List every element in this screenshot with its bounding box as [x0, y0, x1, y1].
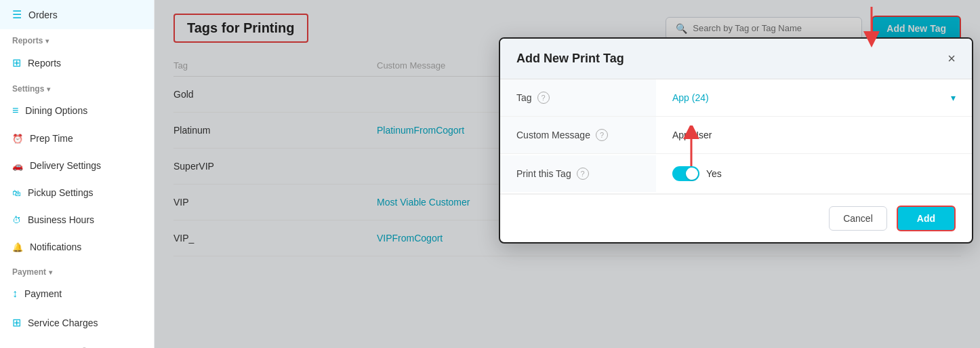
label-text: Tag	[516, 92, 532, 103]
modal-add-print-tag: Add New Print Tag × Tag ? App (24) ▾	[499, 37, 973, 244]
sidebar: ☰ Orders Reports ▾ ⊞ Reports Settings ▾ …	[0, 0, 155, 348]
modal-row-custom-message: Custom Message ? App User	[500, 117, 972, 154]
reports-section-text: Reports	[12, 36, 43, 45]
sidebar-item-label: Dining Options	[25, 105, 87, 116]
sidebar-item-pickup-settings[interactable]: 🛍 Pickup Settings	[0, 179, 154, 206]
sidebar-item-label: Service Charges	[28, 317, 98, 328]
help-icon-custom-message[interactable]: ?	[596, 129, 608, 141]
sidebar-item-delivery-settings[interactable]: 🚗 Delivery Settings	[0, 152, 154, 179]
modal-value-tag[interactable]: App (24) ▾	[656, 80, 972, 115]
settings-section-label[interactable]: Settings ▾	[0, 77, 154, 96]
toggle-yes-label: Yes	[706, 168, 722, 179]
sidebar-item-label: Notifications	[30, 241, 81, 252]
notifications-icon: 🔔	[12, 242, 23, 252]
sidebar-item-label: Orders	[28, 9, 58, 20]
modal-value-custom-message[interactable]: App User	[656, 117, 972, 153]
sidebar-item-label: Reports	[28, 58, 61, 69]
sidebar-item-label: Payment	[24, 288, 62, 299]
orders-icon: ☰	[12, 8, 22, 21]
modal-label-custom-message: Custom Message ?	[500, 117, 656, 153]
sidebar-item-notifications[interactable]: 🔔 Notifications	[0, 233, 154, 260]
pickup-settings-icon: 🛍	[12, 188, 21, 198]
help-icon-tag[interactable]: ?	[537, 92, 550, 104]
sidebar-item-label: Pickup Settings	[28, 187, 94, 198]
custom-message-value: App User	[672, 130, 712, 140]
reports-section-label[interactable]: Reports ▾	[0, 29, 154, 48]
payment-section-text: Payment	[12, 267, 46, 277]
modal-row-print-tag: Print this Tag ?	[500, 154, 972, 194]
print-tag-toggle[interactable]	[672, 166, 699, 181]
modal-label-print-tag: Print this Tag ?	[500, 155, 656, 192]
reports-chevron-icon: ▾	[45, 37, 49, 45]
modal-title: Add New Print Tag	[516, 52, 624, 66]
modal-overlay: Add New Print Tag × Tag ? App (24) ▾	[155, 0, 980, 348]
modal-value-print-tag: Yes	[656, 154, 972, 193]
help-icon-print-tag[interactable]: ?	[577, 168, 589, 180]
prep-time-icon: ⏰	[12, 134, 23, 144]
modal-row-tag: Tag ? App (24) ▾	[500, 79, 972, 117]
label-text: Custom Message	[516, 130, 590, 140]
dropdown-chevron-icon: ▾	[951, 92, 956, 103]
add-button[interactable]: Add	[897, 206, 956, 231]
modal-footer: Cancel Add	[500, 194, 972, 242]
tag-dropdown-value: App (24)	[672, 92, 709, 103]
toggle-wrapper: Yes	[672, 166, 722, 181]
sidebar-item-prep-time[interactable]: ⏰ Prep Time	[0, 125, 154, 152]
service-charges-icon: ⊞	[12, 316, 21, 329]
sidebar-item-business-hours[interactable]: ⏱ Business Hours	[0, 206, 154, 233]
payment-chevron-icon: ▾	[49, 269, 52, 276]
sidebar-item-dining-options[interactable]: ≡ Dining Options	[0, 96, 154, 125]
delivery-settings-icon: 🚗	[12, 161, 23, 171]
sidebar-item-payment[interactable]: ↕ Payment	[0, 279, 154, 308]
business-hours-icon: ⏱	[12, 215, 21, 225]
sidebar-item-label: Delivery Settings	[30, 160, 101, 171]
sidebar-item-orders[interactable]: ☰ Orders	[0, 0, 154, 29]
sidebar-item-reports[interactable]: ⊞ Reports	[0, 48, 154, 77]
settings-chevron-icon: ▾	[47, 85, 50, 93]
settings-section-text: Settings	[12, 84, 44, 94]
reports-icon: ⊞	[12, 56, 21, 69]
sidebar-item-label: Prep Time	[30, 133, 73, 144]
modal-body: Tag ? App (24) ▾ Custom Message ?	[500, 79, 972, 194]
modal-header: Add New Print Tag ×	[500, 39, 972, 79]
sidebar-item-service-charges[interactable]: ⊞ Service Charges	[0, 308, 154, 337]
dining-options-icon: ≡	[12, 104, 18, 117]
modal-close-button[interactable]: ×	[947, 51, 956, 66]
main-content: Tags for Printing 🔍 Add New Tag Tag Cust…	[155, 0, 980, 348]
payment-section-label[interactable]: Payment ▾	[0, 260, 154, 279]
sidebar-item-label: Business Hours	[28, 214, 94, 225]
payment-icon: ↕	[12, 288, 18, 300]
cancel-button[interactable]: Cancel	[829, 206, 887, 231]
sidebar-footer: GoParrot © 2022	[0, 337, 154, 348]
label-text: Print this Tag	[516, 168, 571, 179]
modal-label-tag: Tag ?	[500, 79, 656, 116]
toggle-knob	[686, 168, 698, 180]
